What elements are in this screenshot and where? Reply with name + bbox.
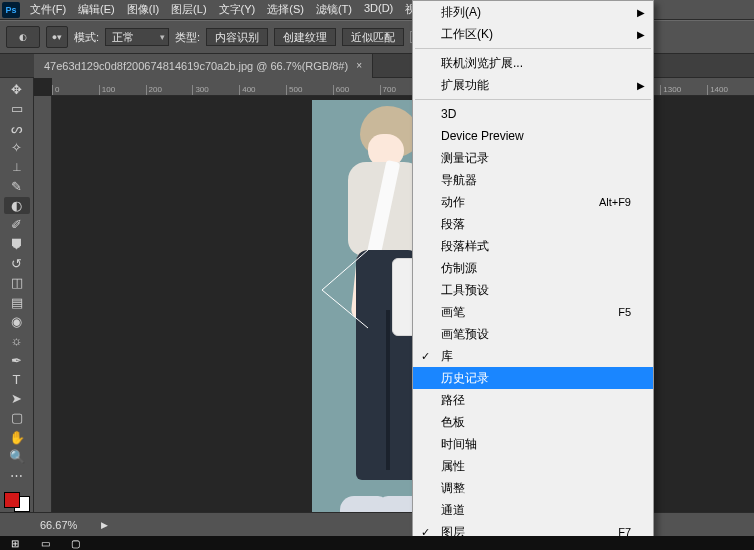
menu-entry-label: 扩展功能 (441, 77, 489, 94)
dodge-tool[interactable]: ☼ (4, 332, 30, 349)
lasso-tool[interactable]: ᔕ (4, 120, 30, 137)
content-aware-button[interactable]: 内容识别 (206, 28, 268, 46)
type-label: 类型: (175, 30, 200, 45)
text-tool[interactable]: T (4, 371, 30, 388)
zoom-level[interactable]: 66.67% (40, 519, 77, 531)
menu-entry-label: 通道 (441, 502, 465, 519)
menu-entry-label: 调整 (441, 480, 465, 497)
start-icon[interactable]: ⊞ (6, 538, 24, 548)
hand-tool[interactable]: ✋ (4, 429, 30, 446)
menu-entry[interactable]: 仿制源 (413, 257, 653, 279)
menu-entry-label: 路径 (441, 392, 465, 409)
menu-entry[interactable]: 工具预设 (413, 279, 653, 301)
menu-item[interactable]: 编辑(E) (72, 0, 121, 19)
menu-entry-label: 动作 (441, 194, 465, 211)
pen-tool[interactable]: ✒ (4, 351, 30, 368)
app-logo: Ps (2, 2, 20, 18)
menu-entry[interactable]: Device Preview (413, 125, 653, 147)
os-taskbar: ⊞ ▭ ▢ (0, 536, 754, 550)
menu-entry-label: 3D (441, 107, 456, 121)
menu-entry[interactable]: 测量记录 (413, 147, 653, 169)
toolbox: ✥▭ᔕ✧⟂✎◐✐⛊↺◫▤◉☼✒T➤▢✋🔍⋯ (0, 78, 34, 512)
history-brush-tool[interactable]: ↺ (4, 255, 30, 272)
menu-entry[interactable]: 画笔F5 (413, 301, 653, 323)
menu-entry[interactable]: 导航器 (413, 169, 653, 191)
menu-entry[interactable]: 历史记录 (413, 367, 653, 389)
mode-label: 模式: (74, 30, 99, 45)
menu-entry-label: 段落样式 (441, 238, 489, 255)
menu-entry-label: 色板 (441, 414, 465, 431)
menu-item[interactable]: 滤镜(T) (310, 0, 358, 19)
menu-entry[interactable]: 工作区(K)▶ (413, 23, 653, 45)
menu-entry-label: 时间轴 (441, 436, 477, 453)
status-flyout-icon[interactable]: ▶ (101, 520, 108, 530)
menu-item[interactable]: 3D(D) (358, 0, 399, 19)
eraser-tool[interactable]: ◫ (4, 274, 30, 291)
menu-item[interactable]: 图层(L) (165, 0, 212, 19)
create-texture-button[interactable]: 创建纹理 (274, 28, 336, 46)
menu-entry-label: 导航器 (441, 172, 477, 189)
menu-entry-label: 工作区(K) (441, 26, 493, 43)
proximity-match-button[interactable]: 近似匹配 (342, 28, 404, 46)
menu-entry[interactable]: 路径 (413, 389, 653, 411)
menu-entry[interactable]: 排列(A)▶ (413, 1, 653, 23)
blur-tool[interactable]: ◉ (4, 313, 30, 330)
menu-item[interactable]: 选择(S) (261, 0, 310, 19)
path-select-tool[interactable]: ➤ (4, 390, 30, 407)
color-swatches[interactable] (4, 492, 30, 512)
menu-entry-label: 联机浏览扩展... (441, 55, 523, 72)
menu-entry-label: 画笔预设 (441, 326, 489, 343)
magic-wand-tool[interactable]: ✧ (4, 139, 30, 156)
submenu-arrow-icon: ▶ (637, 29, 645, 40)
menu-entry[interactable]: 画笔预设 (413, 323, 653, 345)
menu-entry[interactable]: 通道 (413, 499, 653, 521)
brush-preset-picker[interactable]: ●▾ (46, 26, 68, 48)
menu-entry[interactable]: 段落样式 (413, 235, 653, 257)
menu-entry-label: 画笔 (441, 304, 465, 321)
patch-tool-icon[interactable]: ◐ (6, 26, 40, 48)
menu-entry[interactable]: 色板 (413, 411, 653, 433)
menu-entry-label: 历史记录 (441, 370, 489, 387)
document-tab-title: 47e63d129c0d8f200674814619c70a2b.jpg @ 6… (44, 60, 348, 72)
spot-heal-tool[interactable]: ◐ (4, 197, 30, 214)
zoom-tool[interactable]: 🔍 (4, 448, 30, 465)
menu-item[interactable]: 文件(F) (24, 0, 72, 19)
mode-select[interactable]: 正常 (105, 28, 169, 46)
check-icon: ✓ (421, 350, 430, 363)
menu-entry-label: 库 (441, 348, 453, 365)
menu-item[interactable]: 图像(I) (121, 0, 165, 19)
brush-tool[interactable]: ✐ (4, 216, 30, 233)
foreground-swatch[interactable] (4, 492, 20, 508)
edit-toolbar-tool[interactable]: ⋯ (4, 467, 30, 484)
menu-entry[interactable]: 扩展功能▶ (413, 74, 653, 96)
close-tab-icon[interactable]: × (356, 60, 362, 71)
rect-marquee-tool[interactable]: ▭ (4, 100, 30, 117)
taskview-icon[interactable]: ▭ (36, 538, 54, 548)
rectangle-tool[interactable]: ▢ (4, 409, 30, 426)
menu-entry[interactable]: 段落 (413, 213, 653, 235)
explorer-icon[interactable]: ▢ (66, 538, 84, 548)
menu-entry-label: Device Preview (441, 129, 524, 143)
svg-line-1 (322, 290, 368, 328)
menu-item[interactable]: 文字(Y) (213, 0, 262, 19)
menu-entry[interactable]: 属性 (413, 455, 653, 477)
submenu-arrow-icon: ▶ (637, 80, 645, 91)
menu-entry[interactable]: ✓库 (413, 345, 653, 367)
menu-entry[interactable]: 动作Alt+F9 (413, 191, 653, 213)
menu-entry-label: 工具预设 (441, 282, 489, 299)
menu-entry[interactable]: 时间轴 (413, 433, 653, 455)
menu-entry-label: 测量记录 (441, 150, 489, 167)
crop-tool[interactable]: ⟂ (4, 158, 30, 175)
shortcut-label: F5 (618, 306, 631, 318)
document-tab[interactable]: 47e63d129c0d8f200674814619c70a2b.jpg @ 6… (34, 54, 373, 78)
shortcut-label: Alt+F9 (599, 196, 631, 208)
menu-entry-label: 段落 (441, 216, 465, 233)
menu-entry[interactable]: 联机浏览扩展... (413, 52, 653, 74)
menu-entry[interactable]: 调整 (413, 477, 653, 499)
menu-entry-label: 属性 (441, 458, 465, 475)
clone-stamp-tool[interactable]: ⛊ (4, 236, 30, 253)
gradient-tool[interactable]: ▤ (4, 293, 30, 310)
eyedropper-tool[interactable]: ✎ (4, 178, 30, 195)
menu-entry[interactable]: 3D (413, 103, 653, 125)
move-tool[interactable]: ✥ (4, 81, 30, 98)
